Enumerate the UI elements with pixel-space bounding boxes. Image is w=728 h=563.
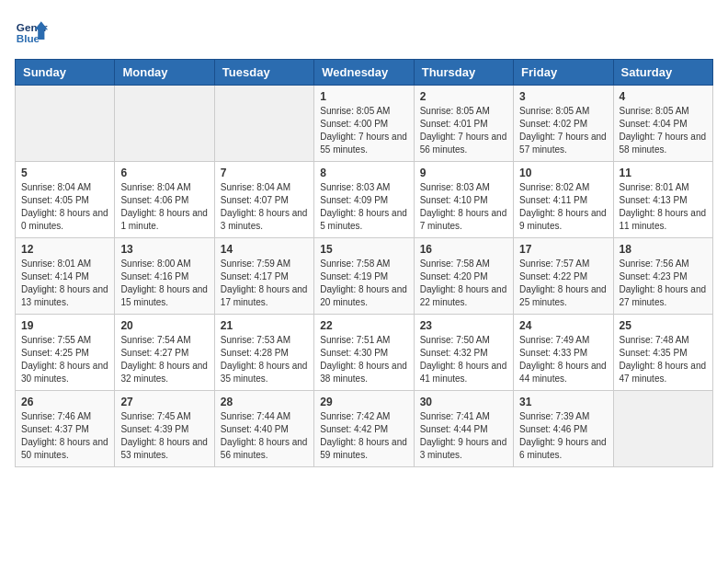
cell-content: Sunrise: 8:02 AMSunset: 4:11 PMDaylight:… bbox=[519, 181, 607, 233]
cell-content: Sunrise: 8:04 AMSunset: 4:05 PMDaylight:… bbox=[21, 181, 108, 233]
logo: General Blue bbox=[15, 15, 48, 48]
calendar-cell: 14Sunrise: 7:59 AMSunset: 4:17 PMDayligh… bbox=[214, 238, 313, 315]
day-number: 16 bbox=[420, 243, 507, 256]
calendar-cell bbox=[115, 86, 214, 162]
cell-content: Sunrise: 7:49 AMSunset: 4:33 PMDaylight:… bbox=[519, 334, 607, 385]
cell-content: Sunrise: 7:53 AMSunset: 4:28 PMDaylight:… bbox=[221, 334, 308, 385]
calendar-cell: 31Sunrise: 7:39 AMSunset: 4:46 PMDayligh… bbox=[514, 391, 613, 467]
day-number: 31 bbox=[519, 396, 607, 408]
cell-content: Sunrise: 8:03 AMSunset: 4:09 PMDaylight:… bbox=[320, 181, 407, 233]
day-number: 20 bbox=[120, 319, 208, 332]
calendar-cell: 26Sunrise: 7:46 AMSunset: 4:37 PMDayligh… bbox=[16, 391, 115, 467]
calendar-week-3: 12Sunrise: 8:01 AMSunset: 4:14 PMDayligh… bbox=[16, 238, 713, 315]
day-number: 9 bbox=[420, 167, 507, 179]
calendar-cell: 21Sunrise: 7:53 AMSunset: 4:28 PMDayligh… bbox=[214, 315, 313, 391]
day-number: 12 bbox=[21, 243, 108, 256]
cell-content: Sunrise: 7:55 AMSunset: 4:25 PMDaylight:… bbox=[21, 334, 108, 385]
day-number: 17 bbox=[519, 243, 607, 256]
day-number: 13 bbox=[120, 243, 208, 256]
calendar-cell: 4Sunrise: 8:05 AMSunset: 4:04 PMDaylight… bbox=[613, 86, 712, 162]
svg-text:Blue: Blue bbox=[17, 32, 40, 44]
cell-content: Sunrise: 8:05 AMSunset: 4:04 PMDaylight:… bbox=[620, 105, 707, 156]
weekday-header-saturday: Saturday bbox=[613, 60, 712, 86]
calendar-cell: 29Sunrise: 7:42 AMSunset: 4:42 PMDayligh… bbox=[314, 391, 414, 467]
day-number: 8 bbox=[320, 167, 407, 179]
cell-content: Sunrise: 8:00 AMSunset: 4:16 PMDaylight:… bbox=[120, 258, 208, 309]
calendar-cell: 28Sunrise: 7:44 AMSunset: 4:40 PMDayligh… bbox=[214, 391, 313, 467]
day-number: 26 bbox=[21, 396, 108, 408]
day-number: 21 bbox=[221, 319, 308, 332]
logo-icon: General Blue bbox=[15, 15, 48, 48]
page-header: General Blue bbox=[15, 15, 713, 48]
cell-content: Sunrise: 7:46 AMSunset: 4:37 PMDaylight:… bbox=[21, 410, 108, 462]
cell-content: Sunrise: 7:42 AMSunset: 4:42 PMDaylight:… bbox=[320, 410, 407, 462]
day-number: 23 bbox=[420, 319, 507, 332]
day-number: 14 bbox=[221, 243, 308, 256]
cell-content: Sunrise: 7:44 AMSunset: 4:40 PMDaylight:… bbox=[221, 410, 308, 462]
cell-content: Sunrise: 8:05 AMSunset: 4:01 PMDaylight:… bbox=[420, 105, 507, 156]
cell-content: Sunrise: 7:57 AMSunset: 4:22 PMDaylight:… bbox=[519, 258, 607, 309]
calendar-cell: 2Sunrise: 8:05 AMSunset: 4:01 PMDaylight… bbox=[414, 86, 513, 162]
day-number: 1 bbox=[320, 90, 407, 103]
day-number: 7 bbox=[221, 167, 308, 179]
calendar-cell: 16Sunrise: 7:58 AMSunset: 4:20 PMDayligh… bbox=[414, 238, 513, 315]
day-number: 18 bbox=[620, 243, 707, 256]
day-number: 11 bbox=[620, 167, 707, 179]
cell-content: Sunrise: 7:56 AMSunset: 4:23 PMDaylight:… bbox=[620, 258, 707, 309]
cell-content: Sunrise: 8:01 AMSunset: 4:13 PMDaylight:… bbox=[620, 181, 707, 233]
day-number: 15 bbox=[320, 243, 407, 256]
calendar-week-4: 19Sunrise: 7:55 AMSunset: 4:25 PMDayligh… bbox=[16, 315, 713, 391]
calendar-cell: 18Sunrise: 7:56 AMSunset: 4:23 PMDayligh… bbox=[613, 238, 712, 315]
calendar-cell: 27Sunrise: 7:45 AMSunset: 4:39 PMDayligh… bbox=[115, 391, 214, 467]
day-number: 6 bbox=[120, 167, 208, 179]
day-number: 30 bbox=[420, 396, 507, 408]
calendar-week-2: 5Sunrise: 8:04 AMSunset: 4:05 PMDaylight… bbox=[16, 162, 713, 238]
calendar-cell bbox=[16, 86, 115, 162]
calendar-header-row: SundayMondayTuesdayWednesdayThursdayFrid… bbox=[16, 60, 713, 86]
cell-content: Sunrise: 8:03 AMSunset: 4:10 PMDaylight:… bbox=[420, 181, 507, 233]
weekday-header-monday: Monday bbox=[115, 60, 214, 86]
calendar-cell bbox=[214, 86, 313, 162]
calendar-table: SundayMondayTuesdayWednesdayThursdayFrid… bbox=[15, 59, 713, 467]
day-number: 5 bbox=[21, 167, 108, 179]
cell-content: Sunrise: 7:58 AMSunset: 4:20 PMDaylight:… bbox=[420, 258, 507, 309]
calendar-cell: 30Sunrise: 7:41 AMSunset: 4:44 PMDayligh… bbox=[414, 391, 513, 467]
cell-content: Sunrise: 7:51 AMSunset: 4:30 PMDaylight:… bbox=[320, 334, 407, 385]
cell-content: Sunrise: 7:50 AMSunset: 4:32 PMDaylight:… bbox=[420, 334, 507, 385]
weekday-header-friday: Friday bbox=[514, 60, 613, 86]
cell-content: Sunrise: 7:48 AMSunset: 4:35 PMDaylight:… bbox=[620, 334, 707, 385]
weekday-header-tuesday: Tuesday bbox=[214, 60, 313, 86]
calendar-cell: 11Sunrise: 8:01 AMSunset: 4:13 PMDayligh… bbox=[613, 162, 712, 238]
weekday-header-thursday: Thursday bbox=[414, 60, 513, 86]
calendar-cell: 15Sunrise: 7:58 AMSunset: 4:19 PMDayligh… bbox=[314, 238, 414, 315]
calendar-cell: 20Sunrise: 7:54 AMSunset: 4:27 PMDayligh… bbox=[115, 315, 214, 391]
cell-content: Sunrise: 7:41 AMSunset: 4:44 PMDaylight:… bbox=[420, 410, 507, 462]
cell-content: Sunrise: 7:59 AMSunset: 4:17 PMDaylight:… bbox=[221, 258, 308, 309]
calendar-cell: 5Sunrise: 8:04 AMSunset: 4:05 PMDaylight… bbox=[16, 162, 115, 238]
cell-content: Sunrise: 8:04 AMSunset: 4:07 PMDaylight:… bbox=[221, 181, 308, 233]
day-number: 4 bbox=[620, 90, 707, 103]
day-number: 29 bbox=[320, 396, 407, 408]
calendar-cell: 22Sunrise: 7:51 AMSunset: 4:30 PMDayligh… bbox=[314, 315, 414, 391]
day-number: 24 bbox=[519, 319, 607, 332]
calendar-cell: 1Sunrise: 8:05 AMSunset: 4:00 PMDaylight… bbox=[314, 86, 414, 162]
cell-content: Sunrise: 8:04 AMSunset: 4:06 PMDaylight:… bbox=[120, 181, 208, 233]
day-number: 19 bbox=[21, 319, 108, 332]
calendar-cell: 3Sunrise: 8:05 AMSunset: 4:02 PMDaylight… bbox=[514, 86, 613, 162]
day-number: 2 bbox=[420, 90, 507, 103]
cell-content: Sunrise: 8:01 AMSunset: 4:14 PMDaylight:… bbox=[21, 258, 108, 309]
weekday-header-wednesday: Wednesday bbox=[314, 60, 414, 86]
calendar-cell: 23Sunrise: 7:50 AMSunset: 4:32 PMDayligh… bbox=[414, 315, 513, 391]
cell-content: Sunrise: 7:39 AMSunset: 4:46 PMDaylight:… bbox=[519, 410, 607, 462]
calendar-cell: 6Sunrise: 8:04 AMSunset: 4:06 PMDaylight… bbox=[115, 162, 214, 238]
day-number: 22 bbox=[320, 319, 407, 332]
calendar-cell: 12Sunrise: 8:01 AMSunset: 4:14 PMDayligh… bbox=[16, 238, 115, 315]
calendar-week-5: 26Sunrise: 7:46 AMSunset: 4:37 PMDayligh… bbox=[16, 391, 713, 467]
calendar-cell: 25Sunrise: 7:48 AMSunset: 4:35 PMDayligh… bbox=[613, 315, 712, 391]
calendar-cell: 13Sunrise: 8:00 AMSunset: 4:16 PMDayligh… bbox=[115, 238, 214, 315]
cell-content: Sunrise: 8:05 AMSunset: 4:02 PMDaylight:… bbox=[519, 105, 607, 156]
cell-content: Sunrise: 8:05 AMSunset: 4:00 PMDaylight:… bbox=[320, 105, 407, 156]
cell-content: Sunrise: 7:58 AMSunset: 4:19 PMDaylight:… bbox=[320, 258, 407, 309]
calendar-cell: 10Sunrise: 8:02 AMSunset: 4:11 PMDayligh… bbox=[514, 162, 613, 238]
day-number: 3 bbox=[519, 90, 607, 103]
